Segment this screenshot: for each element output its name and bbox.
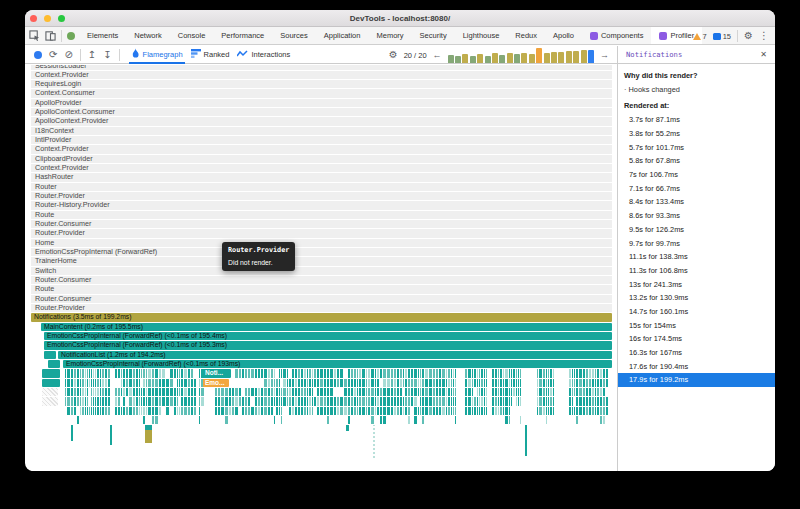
flame-stripe[interactable] — [191, 388, 193, 396]
flame-stripe[interactable] — [425, 407, 428, 415]
flame-stripe[interactable] — [191, 369, 193, 377]
flame-row[interactable]: Router-History.Provider — [31, 201, 612, 209]
flame-stripe[interactable] — [199, 416, 200, 424]
flame-stripe[interactable] — [509, 379, 510, 387]
flame-stripe[interactable] — [218, 407, 220, 415]
flame-stripe[interactable] — [105, 379, 107, 387]
flame-stripe[interactable] — [362, 397, 365, 405]
flame-stripe[interactable] — [77, 397, 79, 405]
flame-stripe[interactable] — [550, 388, 552, 396]
rendered-at-item[interactable]: 11.1s for 138.3ms — [618, 250, 775, 264]
flame-stripe[interactable] — [317, 369, 319, 377]
flame-stripe[interactable] — [397, 388, 399, 396]
flame-stripe[interactable] — [324, 388, 326, 396]
flame-stripe[interactable] — [354, 407, 356, 415]
flame-stripe[interactable] — [468, 379, 471, 387]
flame-stripe[interactable] — [276, 379, 278, 387]
flame-stripe[interactable] — [380, 407, 382, 415]
flame-stripe[interactable] — [188, 397, 190, 405]
flame-stripe[interactable] — [95, 388, 96, 396]
flame-stripe[interactable] — [123, 397, 125, 405]
flame-stripe[interactable] — [248, 397, 250, 405]
flame-stripe[interactable] — [543, 397, 545, 405]
flame-stripe[interactable] — [453, 397, 454, 405]
flame-stripe[interactable] — [143, 397, 145, 405]
flame-stripe[interactable] — [397, 407, 399, 415]
flame-stripe[interactable] — [292, 388, 294, 396]
flame-stripe[interactable] — [295, 369, 297, 377]
flame-stripe[interactable] — [139, 388, 140, 396]
flame-stripe[interactable] — [123, 379, 125, 387]
flame-stripe[interactable] — [215, 407, 217, 415]
flame-stripe[interactable] — [327, 369, 329, 377]
flame-stripe[interactable] — [543, 407, 545, 415]
flame-stripe[interactable] — [600, 379, 602, 387]
flame-row[interactable]: SessionsLoader — [31, 65, 612, 70]
flame-stripe[interactable] — [133, 369, 135, 377]
flame-stripe[interactable] — [408, 416, 410, 424]
flame-stripe[interactable] — [93, 369, 94, 377]
flame-stripe[interactable] — [289, 379, 291, 387]
flame-stripe[interactable] — [429, 397, 432, 405]
rendered-at-item[interactable]: 9.5s for 126.2ms — [618, 223, 775, 237]
flame-stripe[interactable] — [537, 397, 538, 405]
flame-stripe[interactable] — [579, 388, 582, 396]
flame-stripe[interactable] — [281, 407, 282, 415]
flame-stripe[interactable] — [354, 369, 356, 377]
flame-stripe[interactable] — [97, 369, 99, 377]
flame-stripe[interactable] — [433, 397, 435, 405]
flame-stripe[interactable] — [375, 388, 376, 396]
flame-stripe[interactable] — [484, 407, 485, 415]
flame-stripe[interactable] — [251, 388, 254, 396]
flame-stripe[interactable] — [289, 407, 291, 415]
flame-stripe[interactable] — [276, 397, 278, 405]
flame-stripe[interactable] — [579, 369, 582, 377]
flame-stripe[interactable] — [597, 379, 599, 387]
flame-stripe[interactable] — [317, 397, 319, 405]
flame-stripe[interactable] — [143, 369, 145, 377]
flame-stripe[interactable] — [177, 369, 178, 377]
flame-stripe[interactable] — [371, 397, 374, 405]
flame-stripe[interactable] — [344, 388, 347, 396]
flame-stripe[interactable] — [320, 388, 323, 396]
flame-stripe[interactable] — [136, 388, 138, 396]
reload-and-profile-icon[interactable]: ⟳ — [49, 50, 57, 60]
flame-stripe[interactable] — [276, 388, 278, 396]
flame-stripe[interactable] — [479, 388, 480, 396]
flame-stripe[interactable] — [229, 407, 231, 415]
flame-stripe[interactable] — [442, 388, 445, 396]
prev-snapshot-arrow[interactable]: ← — [433, 50, 442, 60]
flame-stripe[interactable] — [400, 388, 402, 396]
flame-stripe[interactable] — [583, 397, 585, 405]
export-profile-icon[interactable]: ↧ — [103, 50, 111, 60]
flame-stripe[interactable] — [279, 379, 280, 387]
flame-stripe[interactable] — [181, 379, 183, 387]
flame-stripe[interactable] — [166, 388, 169, 396]
flame-stripe[interactable] — [115, 369, 117, 377]
flame-stripe[interactable] — [283, 369, 286, 377]
flame-stripe[interactable] — [309, 379, 311, 387]
flame-stripe[interactable] — [314, 379, 316, 387]
flame-stripe[interactable] — [394, 397, 396, 405]
flame-stripe[interactable] — [304, 388, 306, 396]
flame-stripe[interactable] — [400, 397, 402, 405]
flame-stripe[interactable] — [576, 379, 578, 387]
flame-stripe[interactable] — [295, 407, 297, 415]
flame-descender[interactable] — [346, 425, 349, 431]
flame-stripe[interactable] — [546, 397, 547, 405]
flame-stripe[interactable] — [359, 379, 361, 387]
flame-stripe[interactable] — [287, 397, 288, 405]
flame-stripe[interactable] — [179, 388, 180, 396]
tab-apollo[interactable]: Apollo — [545, 27, 582, 44]
flame-stripe[interactable] — [337, 397, 339, 405]
flame-row[interactable]: Router.Consumer — [31, 276, 612, 284]
tab-console[interactable]: Console — [170, 27, 214, 44]
flame-stripe[interactable] — [148, 369, 151, 377]
flame-stripe[interactable] — [146, 388, 147, 396]
flame-stripe[interactable] — [362, 388, 365, 396]
rendered-at-item[interactable]: 13.2s for 130.9ms — [618, 291, 775, 305]
flame-stripe[interactable] — [215, 388, 217, 396]
flame-stripe[interactable] — [439, 369, 441, 377]
flame-stripe[interactable] — [307, 388, 308, 396]
flame-stripe[interactable] — [448, 388, 450, 396]
